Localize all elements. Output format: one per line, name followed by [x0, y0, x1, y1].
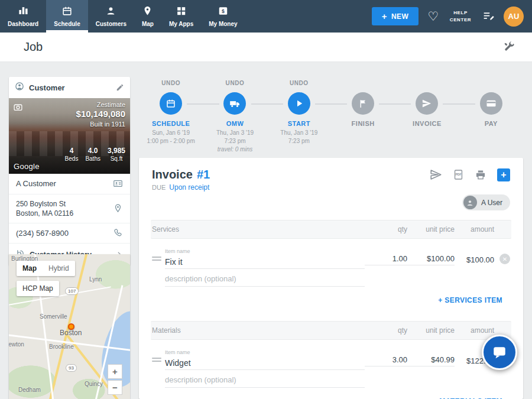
add-service-row: + SERVICES ITEM	[139, 287, 523, 312]
omw-step-button[interactable]	[223, 92, 246, 115]
undo-schedule-link[interactable]: UNDO	[161, 80, 180, 89]
material-unit-price-input[interactable]	[407, 353, 455, 366]
nav-item-dashboard[interactable]: Dashboard	[0, 0, 46, 33]
invoice-actions: PDF +	[430, 168, 510, 181]
add-services-item-link[interactable]: + SERVICES ITEM	[438, 296, 502, 304]
flag-icon	[358, 99, 368, 109]
zoom-out-button[interactable]: −	[108, 380, 122, 395]
phone-icon[interactable]	[113, 228, 123, 238]
map-label-newton: Newton	[9, 341, 24, 348]
property-photo[interactable]: Zestimate $10,149,080 Built in 1911 4 Be…	[9, 98, 130, 174]
route-93-shield: 93	[66, 364, 77, 372]
invoice-number[interactable]: #1	[197, 168, 210, 181]
step-pay: PAY	[459, 80, 523, 154]
map-label-dedham: Dedham	[18, 387, 41, 393]
chat-bubble-button[interactable]	[482, 335, 517, 370]
qty-column-header: qty	[365, 225, 407, 233]
zestimate-label: Zestimate	[76, 101, 125, 108]
stat-label: Beds	[65, 155, 79, 162]
map-pin-icon	[142, 5, 153, 19]
zoom-in-button[interactable]: +	[108, 364, 122, 379]
undo-start-link[interactable]: UNDO	[290, 80, 309, 89]
customer-address: 250 Boylston StBoston, MA 02116	[16, 199, 73, 218]
map-card: Burlington Lynn 107 Somerville Boston Br…	[9, 254, 130, 399]
stat-beds: 4 Beds	[65, 147, 79, 162]
map-label-brookline: Brookline	[49, 343, 74, 350]
nav-items: Dashboard Schedule Customers Map My Apps…	[0, 0, 245, 33]
step-dates: Sun, Jan 6 '19 1:00 pm - 2:00 pm	[147, 129, 195, 145]
edit-pencil-icon[interactable]	[116, 83, 124, 92]
nav-item-map[interactable]: Map	[134, 0, 161, 33]
due-terms-link[interactable]: Upon receipt	[169, 183, 209, 192]
step-label: FINISH	[352, 120, 375, 127]
map-type-map-button[interactable]: Map	[17, 261, 43, 276]
stat-label: Sq.ft	[111, 155, 123, 162]
item-name-cell: Item name	[152, 245, 365, 269]
step-dates: Thu, Jan 3 '19 7:23 pm	[280, 129, 317, 145]
amount-column-header: amount	[455, 225, 494, 233]
map-type-control: Map Hybrid	[17, 261, 75, 276]
customer-phone-row: (234) 567-8900	[9, 223, 130, 244]
built-year: Built in 1911	[76, 121, 125, 128]
service-description-row	[139, 269, 523, 287]
qty-column-header: qty	[365, 326, 407, 335]
nav-label: Map	[142, 21, 154, 27]
undo-omw-link[interactable]: UNDO	[226, 80, 245, 89]
invoice-step-button[interactable]	[416, 92, 438, 115]
print-icon[interactable]	[475, 169, 486, 181]
service-qty-input[interactable]	[365, 252, 407, 265]
assignee-chip[interactable]: A User	[462, 194, 510, 210]
assignee-row: A User	[139, 192, 523, 215]
service-item-name-input[interactable]	[165, 255, 365, 269]
material-qty-input[interactable]	[365, 353, 407, 366]
step-schedule: UNDO SCHEDULE Sun, Jan 6 '19 1:00 pm - 2…	[139, 80, 203, 154]
material-description-input[interactable]	[165, 372, 365, 388]
nav-item-my-apps[interactable]: My Apps	[161, 0, 201, 33]
property-stats: 4 Beds 4.0 Baths 3,985 Sq.ft	[65, 147, 125, 162]
nav-item-my-money[interactable]: $ My Money	[201, 0, 245, 33]
customer-icon	[15, 82, 24, 93]
due-label: DUE	[152, 184, 166, 191]
notes-edit-icon[interactable]	[482, 10, 495, 22]
customer-name-row: A Customer	[9, 174, 130, 194]
step-start: UNDO START Thu, Jan 3 '19 7:23 pm	[267, 80, 331, 154]
heart-icon[interactable]: ♡	[427, 10, 439, 22]
start-step-button[interactable]	[288, 92, 310, 115]
nav-item-customers[interactable]: Customers	[88, 0, 134, 33]
svg-text:$: $	[222, 8, 225, 14]
location-pin-icon[interactable]	[113, 203, 123, 213]
service-description-input[interactable]	[165, 271, 365, 287]
schedule-step-button[interactable]	[160, 92, 182, 115]
step-label: INVOICE	[413, 120, 442, 127]
customer-name: A Customer	[16, 179, 56, 189]
drag-handle[interactable]	[152, 346, 161, 370]
stat-value: 3,985	[108, 147, 125, 155]
item-name-label: Item name	[165, 349, 190, 355]
user-avatar[interactable]: AU	[504, 7, 524, 27]
item-name-label: Item name	[165, 248, 190, 254]
pdf-icon[interactable]: PDF	[453, 169, 464, 180]
truck-icon	[229, 98, 241, 109]
customers-icon	[105, 5, 116, 19]
material-item-row: Item name $122.97 ✕	[139, 346, 523, 370]
calendar-icon	[166, 98, 176, 109]
stat-sqft: 3,985 Sq.ft	[108, 147, 125, 162]
send-invoice-icon[interactable]	[430, 168, 442, 181]
nav-item-schedule[interactable]: Schedule	[46, 0, 87, 33]
pay-step-button[interactable]	[480, 92, 502, 115]
drag-handle[interactable]	[152, 245, 161, 269]
service-unit-price-input[interactable]	[407, 252, 455, 265]
finish-step-button[interactable]	[352, 92, 374, 115]
material-item-name-input[interactable]	[165, 356, 365, 370]
hcp-map-button[interactable]: HCP Map	[17, 281, 59, 296]
svg-text:PDF: PDF	[455, 173, 461, 176]
help-center-link[interactable]: HELP CENTER	[447, 9, 473, 24]
map-type-hybrid-button[interactable]: Hybrid	[43, 261, 75, 276]
job-tools-icon[interactable]	[502, 41, 515, 54]
add-invoice-button[interactable]: +	[497, 168, 510, 181]
new-button[interactable]: + NEW	[372, 7, 419, 25]
contact-card-icon[interactable]	[113, 179, 123, 189]
due-row: DUE Upon receipt	[139, 181, 523, 192]
step-date-line: 7:23 pm	[280, 137, 317, 145]
remove-item-icon[interactable]: ✕	[499, 254, 510, 264]
